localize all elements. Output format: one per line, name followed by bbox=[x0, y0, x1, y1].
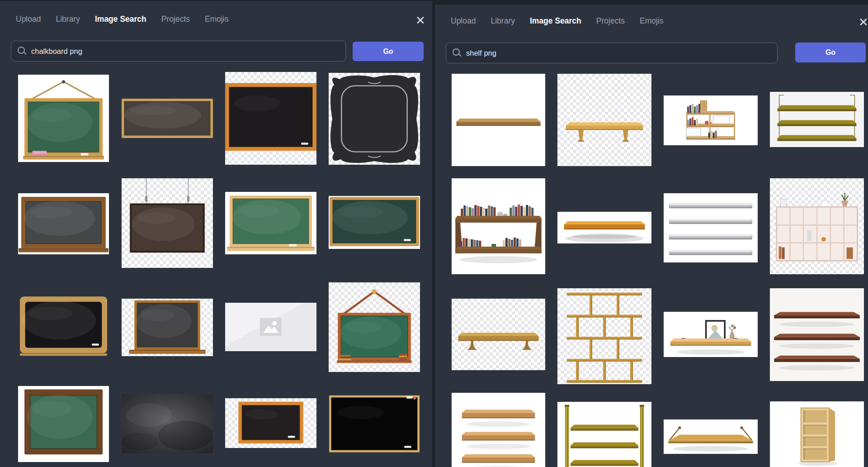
result-green-chalkboard-dark-frame[interactable] bbox=[18, 386, 109, 462]
result-rustic-book-shelf-filled[interactable] bbox=[452, 178, 545, 274]
result-dark-chalkboard-tray-stand[interactable] bbox=[122, 299, 213, 356]
result-three-dark-wood-shelves[interactable] bbox=[770, 288, 864, 381]
image-search-panel-right: UploadLibraryImage SearchProjectsEmojis … bbox=[435, 5, 868, 467]
result-wood-lattice-shelving[interactable] bbox=[557, 288, 651, 384]
result-three-tier-hanging-shelf-gold[interactable] bbox=[770, 92, 864, 147]
search-icon bbox=[453, 48, 460, 56]
result-cartoon-green-chalkboard-hanging[interactable] bbox=[329, 282, 420, 372]
result-gray-chalkboard-brown-frame-tray[interactable] bbox=[18, 193, 109, 254]
result-ornate-chalkboard-plaque[interactable] bbox=[329, 73, 420, 165]
result-chalk-texture-background[interactable] bbox=[122, 394, 213, 453]
result-hanging-wood-sign-wires[interactable] bbox=[122, 178, 213, 268]
result-green-chalkboard-hanging-rope[interactable] bbox=[18, 75, 109, 162]
result-wood-shelf-corbel-brackets[interactable] bbox=[452, 299, 545, 370]
result-rope-hung-wood-shelf[interactable] bbox=[664, 419, 758, 454]
result-broken-image-placeholder[interactable] bbox=[225, 303, 316, 351]
result-dark-green-chalkboard-gold-frame[interactable] bbox=[329, 196, 420, 249]
result-wood-shelf-with-legs[interactable] bbox=[557, 74, 651, 166]
result-cube-storage-shelf-pink[interactable] bbox=[770, 178, 864, 274]
result-black-chalkboard-thin-gold-frame[interactable] bbox=[329, 394, 420, 454]
search-icon bbox=[18, 47, 25, 54]
results-grid bbox=[435, 5, 868, 467]
results-grid bbox=[0, 1, 432, 467]
result-green-chalkboard-light-frame[interactable] bbox=[225, 192, 316, 254]
result-brass-pipe-shelving-unit[interactable] bbox=[557, 402, 651, 467]
result-black-chalkboard-rounded-oak-frame[interactable] bbox=[18, 295, 109, 357]
result-light-wood-bookcase[interactable] bbox=[770, 401, 864, 467]
result-floating-shelf-frame-vase[interactable] bbox=[664, 312, 758, 357]
result-single-wood-plank-shelf[interactable] bbox=[452, 74, 545, 166]
result-black-board-orange-frame-small[interactable] bbox=[225, 398, 316, 448]
result-wide-dark-chalkboard-wood-frame[interactable] bbox=[122, 99, 213, 138]
result-floating-wood-shelf-shadow[interactable] bbox=[557, 212, 651, 243]
result-three-wood-wall-shelves[interactable] bbox=[452, 393, 545, 467]
result-glass-shelves-four-tier[interactable] bbox=[664, 193, 758, 262]
image-search-panel-left: UploadLibraryImage SearchProjectsEmojis … bbox=[0, 1, 432, 467]
result-wall-shelf-with-books-decor[interactable] bbox=[664, 95, 758, 145]
result-black-chalkboard-orange-frame[interactable] bbox=[225, 72, 316, 165]
stage: UploadLibraryImage SearchProjectsEmojis … bbox=[0, 0, 868, 467]
